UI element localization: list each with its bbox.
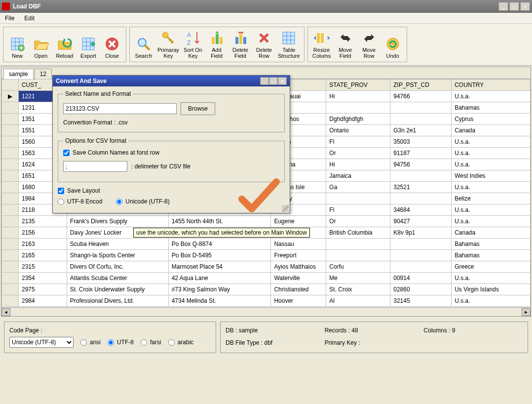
- cell[interactable]: Cyprus: [452, 114, 531, 125]
- radio-ansi[interactable]: ansi: [80, 339, 101, 346]
- cell[interactable]: 2975: [18, 284, 67, 295]
- cell[interactable]: Waterville: [271, 273, 326, 284]
- cell[interactable]: [2, 159, 19, 170]
- cell[interactable]: 94766: [390, 91, 452, 102]
- cell[interactable]: Ga: [326, 182, 390, 193]
- cell[interactable]: U.s.a.: [452, 295, 531, 307]
- cell[interactable]: Freeport: [271, 250, 326, 261]
- radio-utf8-encod[interactable]: UTF-8 Encod: [58, 198, 102, 205]
- cell[interactable]: Ontario: [326, 125, 390, 136]
- cell[interactable]: 34684: [390, 204, 452, 216]
- cell[interactable]: U.s.a.: [452, 273, 531, 284]
- toolbar-pkey-button[interactable]: Primaray Key: [156, 29, 180, 60]
- cell[interactable]: [390, 261, 452, 273]
- cell[interactable]: Divers Of Corfu, Inc.: [67, 261, 168, 273]
- cell[interactable]: [2, 239, 19, 250]
- maximize-button[interactable]: □: [509, 2, 519, 11]
- cell[interactable]: 2315: [18, 261, 67, 273]
- cell[interactable]: Frank's Divers Supply: [67, 216, 168, 227]
- cell[interactable]: Greece: [452, 261, 531, 273]
- radio-unicode-utf8[interactable]: Unicode (UTF-8): [116, 198, 169, 205]
- toolbar-addfield-button[interactable]: Add Field: [206, 29, 228, 60]
- cell[interactable]: [390, 170, 452, 182]
- cell[interactable]: Nassau: [271, 239, 326, 250]
- cell[interactable]: [2, 193, 19, 204]
- cell[interactable]: St. Croix: [326, 284, 390, 295]
- cell[interactable]: Corfu: [326, 261, 390, 273]
- table-row[interactable]: 2165Shangri-la Sports CenterPo Box D-549…: [2, 250, 531, 261]
- cell[interactable]: U.s.a.: [452, 91, 531, 102]
- toolbar-mvfield-button[interactable]: Move Field: [335, 29, 356, 60]
- cell[interactable]: U.s.a.: [452, 204, 531, 216]
- toolbar-rescol-button[interactable]: Resize Colums: [311, 29, 333, 60]
- cell[interactable]: Ayios Matthaios: [271, 261, 326, 273]
- minimize-button[interactable]: _: [498, 2, 508, 11]
- cell[interactable]: 94756: [390, 159, 452, 170]
- cell[interactable]: 2165: [18, 250, 67, 261]
- toolbar-sort-button[interactable]: AZSort On Key: [182, 29, 204, 60]
- horizontal-scrollbar[interactable]: ◄ ►: [1, 307, 531, 316]
- cell[interactable]: 2135: [18, 216, 67, 227]
- cell[interactable]: 2156: [18, 227, 67, 239]
- tab-sample[interactable]: sample: [3, 69, 34, 79]
- cell[interactable]: Marmoset Place 54: [168, 261, 271, 273]
- cell[interactable]: [390, 102, 452, 114]
- cell[interactable]: Or: [326, 216, 390, 227]
- cell[interactable]: 32521: [390, 182, 452, 193]
- toolbar-delfield-button[interactable]: Delete Field: [229, 29, 251, 60]
- cell[interactable]: [390, 193, 452, 204]
- cell[interactable]: [2, 216, 19, 227]
- cell[interactable]: 35003: [390, 136, 452, 148]
- cell[interactable]: [2, 102, 19, 114]
- scroll-right-button[interactable]: ►: [522, 308, 531, 316]
- column-header[interactable]: STATE_PROV: [326, 80, 390, 91]
- table-row[interactable]: 2984Professional Divers, Ltd.4734 Melind…: [2, 295, 531, 307]
- cell[interactable]: [390, 250, 452, 261]
- close-button[interactable]: ×: [520, 2, 530, 11]
- dialog-maximize-button[interactable]: □: [269, 77, 278, 85]
- table-row[interactable]: 2163Scuba HeavenPo Box Q-8874NassauBaham…: [2, 239, 531, 250]
- table-row[interactable]: 2315Divers Of Corfu, Inc.Marmoset Place …: [2, 261, 531, 273]
- cell[interactable]: 90427: [390, 216, 452, 227]
- menu-edit[interactable]: Edit: [24, 15, 35, 22]
- cell[interactable]: 2354: [18, 273, 67, 284]
- cell[interactable]: [2, 114, 19, 125]
- menu-file[interactable]: File: [5, 15, 14, 22]
- cell[interactable]: [2, 250, 19, 261]
- cell[interactable]: [2, 148, 19, 159]
- cell[interactable]: Canada: [452, 125, 531, 136]
- toolbar-open-button[interactable]: Open: [30, 29, 52, 60]
- cell[interactable]: [2, 227, 19, 239]
- dialog-minimize-button[interactable]: _: [260, 77, 269, 85]
- cell[interactable]: Or: [326, 148, 390, 159]
- cell[interactable]: [2, 273, 19, 284]
- cell[interactable]: Professional Divers, Ltd.: [67, 295, 168, 307]
- cell[interactable]: U.s.a.: [452, 148, 531, 159]
- delimiter-input[interactable]: [63, 161, 127, 172]
- cell[interactable]: Po Box Q-8874: [168, 239, 271, 250]
- cell[interactable]: 02860: [390, 284, 452, 295]
- codepage-select[interactable]: Unicode (UTF-8): [9, 337, 74, 348]
- cell[interactable]: [326, 102, 390, 114]
- cell[interactable]: [2, 204, 19, 216]
- cell[interactable]: St. Croix Underwater Supply: [67, 284, 168, 295]
- radio-arabic[interactable]: arabic: [168, 339, 194, 346]
- cell[interactable]: G3n 2e1: [390, 125, 452, 136]
- cell[interactable]: Canada: [452, 227, 531, 239]
- column-header[interactable]: ZIP_PST_CD: [390, 80, 452, 91]
- toolbar-close-button[interactable]: Close: [101, 29, 123, 60]
- cell[interactable]: Bahamas: [452, 239, 531, 250]
- cell[interactable]: [2, 261, 19, 273]
- table-row[interactable]: 2354Atlantis Scuba Center42 Aqua LaneWat…: [2, 273, 531, 284]
- column-header[interactable]: [2, 80, 19, 91]
- cell[interactable]: U.s.a.: [452, 159, 531, 170]
- cell[interactable]: Hi: [326, 159, 390, 170]
- cell[interactable]: [2, 295, 19, 307]
- tab-12[interactable]: 12: [35, 69, 52, 79]
- cell[interactable]: [2, 284, 19, 295]
- scroll-left-button[interactable]: ◄: [1, 308, 10, 316]
- cell[interactable]: 4734 Melinda St.: [168, 295, 271, 307]
- cell[interactable]: [2, 125, 19, 136]
- cell[interactable]: 32145: [390, 295, 452, 307]
- cell[interactable]: 2163: [18, 239, 67, 250]
